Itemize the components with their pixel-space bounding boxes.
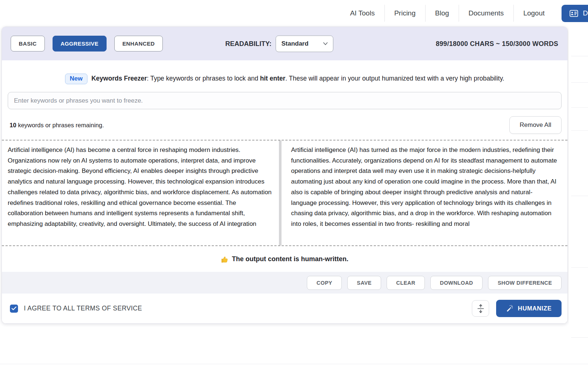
remove-all-button[interactable]: Remove All: [509, 116, 562, 134]
footer-right-group: HUMANIZE: [472, 300, 562, 317]
dashboard-button[interactable]: Da: [562, 5, 588, 22]
mode-basic-button[interactable]: BASIC: [11, 36, 45, 51]
settings-toolbar: BASIC AGGRESSIVE ENHANCED READABILITY: S…: [2, 27, 567, 60]
readability-group: READABILITY: Standard: [225, 35, 333, 52]
thumbs-up-icon: [221, 256, 229, 263]
magic-wand-icon: [506, 305, 513, 312]
check-icon: [11, 306, 17, 310]
top-navbar: AI Tools Pricing Blog Documents Logout D…: [0, 0, 588, 26]
chevron-down-icon: [323, 42, 328, 45]
mode-aggressive-button[interactable]: AGGRESSIVE: [53, 36, 107, 51]
terms-agree-label: I AGREE TO ALL TERMS OF SERVICE: [24, 305, 142, 312]
nav-link-documents[interactable]: Documents: [459, 6, 513, 20]
input-text-area[interactable]: Artificial intelligence (AI) has become …: [2, 141, 279, 245]
nav-link-logout[interactable]: Logout: [514, 6, 554, 20]
text-panes: Artificial intelligence (AI) has become …: [2, 140, 567, 246]
keywords-remaining-row: 10 keywords or phrases remaining. Remove…: [10, 116, 562, 134]
output-text-area[interactable]: Artificial intelligence (AI) has turned …: [282, 141, 567, 245]
expand-editor-button[interactable]: [472, 300, 489, 317]
humanizer-panel: BASIC AGGRESSIVE ENHANCED READABILITY: S…: [1, 26, 568, 324]
status-message: The output content is human-written.: [232, 255, 348, 263]
keywords-freezer-title: Keywords Freezer: [92, 75, 147, 82]
pane-divider[interactable]: [279, 141, 282, 245]
readability-selected-value: Standard: [282, 40, 309, 47]
nav-link-ai-tools[interactable]: AI Tools: [340, 6, 384, 20]
download-button[interactable]: DOWNLOAD: [430, 276, 483, 290]
copy-button[interactable]: COPY: [307, 276, 342, 290]
action-button-row: COPY SAVE CLEAR DOWNLOAD SHOW DIFFERENCE: [2, 272, 567, 294]
page-bottom-divider: [0, 364, 588, 364]
status-row: The output content is human-written.: [2, 246, 567, 272]
clear-button[interactable]: CLEAR: [387, 276, 425, 290]
char-word-counter: 899/18000 CHARS ~ 150/3000 WORDS: [436, 40, 558, 47]
background-page-strip: [569, 26, 588, 366]
save-button[interactable]: SAVE: [347, 276, 381, 290]
dashboard-button-label: Da: [583, 9, 588, 17]
readability-label: READABILITY:: [225, 40, 272, 47]
keywords-remaining-count: 10: [10, 122, 16, 128]
hit-enter-emphasis: hit enter: [260, 75, 286, 82]
keywords-freezer-input[interactable]: [8, 92, 562, 109]
mode-switcher: BASIC AGGRESSIVE ENHANCED: [11, 36, 163, 51]
keywords-freezer-text-tail: . These will appear in your output human…: [286, 75, 505, 82]
nav-link-pricing[interactable]: Pricing: [385, 6, 425, 20]
humanize-button[interactable]: HUMANIZE: [496, 300, 562, 317]
readability-select[interactable]: Standard: [276, 35, 333, 52]
keywords-remaining-text: 10 keywords or phrases remaining.: [10, 122, 104, 129]
footer-row: I AGREE TO ALL TERMS OF SERVICE: [2, 294, 567, 323]
nav-items: AI Tools Pricing Blog Documents Logout: [340, 5, 554, 22]
keywords-freezer-description: NewKeywords Freezer: Type keywords or ph…: [2, 74, 567, 84]
terms-checkbox[interactable]: [10, 305, 18, 313]
new-badge: New: [65, 74, 87, 84]
humanize-button-label: HUMANIZE: [518, 305, 552, 312]
show-difference-button[interactable]: SHOW DIFFERENCE: [488, 276, 562, 290]
keywords-freezer-text: : Type keywords or phrases to lock and: [147, 75, 260, 82]
id-card-icon: [570, 10, 578, 17]
keywords-remaining-label: keywords or phrases remaining.: [16, 122, 104, 128]
expand-vertical-icon: [477, 304, 485, 313]
nav-link-blog[interactable]: Blog: [426, 6, 459, 20]
mode-enhanced-button[interactable]: ENHANCED: [114, 36, 163, 51]
